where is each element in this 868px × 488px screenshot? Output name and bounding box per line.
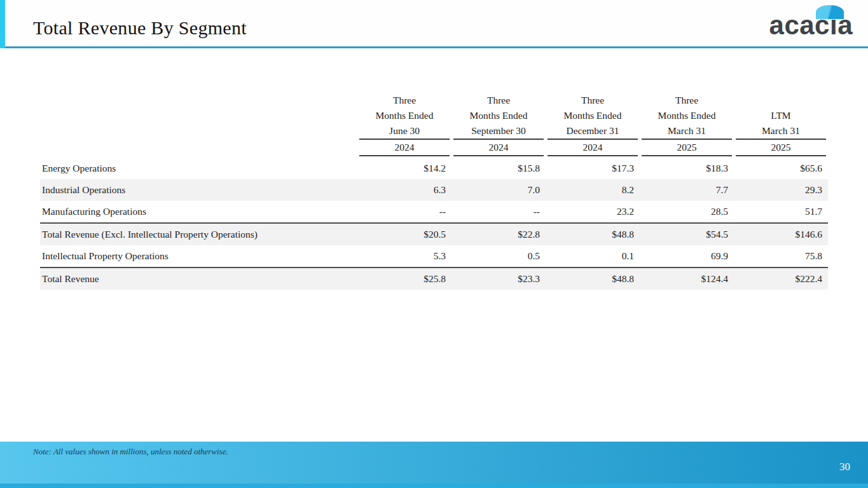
cell-value: $17.3 [546,163,640,174]
row-label: Energy Operations [40,163,357,174]
cell-value: $222.4 [734,273,828,285]
column-header-line2: Months Ended [548,108,638,123]
column-header-line1 [736,93,826,108]
row-label: Total Revenue (Excl. Intellectual Proper… [40,229,357,240]
cell-value: 7.7 [640,184,734,196]
cell-value: $15.8 [451,163,546,174]
column-header-line1: Three [642,93,732,108]
column-header-line2: LTM [736,108,826,123]
slide: Total Revenue By Segment acacia Three Mo… [0,0,868,488]
column-header-line1: Three [548,93,638,108]
column-header-date: December 31 [548,123,638,140]
table-row-total-revenue: Total Revenue $25.8 $23.3 $48.8 $124.4 $… [40,267,828,290]
cell-value: $20.5 [357,229,451,240]
column-header-year: 2024 [359,140,450,156]
cell-value: 29.3 [734,184,828,196]
cell-value: 69.9 [640,250,734,262]
cell-value: 0.1 [546,250,640,262]
table-row-manufacturing-operations: Manufacturing Operations -- -- 23.2 28.5… [40,201,828,222]
footer-band: Note: All values shown in millions, unle… [0,442,868,484]
cell-value: $124.4 [640,273,734,285]
slide-header: Total Revenue By Segment [0,0,868,48]
column-header-line2: Months Ended [453,108,544,123]
cell-value: $65.6 [734,163,828,174]
table-header-row: Three Months Ended June 30 2024 Three Mo… [40,93,828,156]
cell-value: 75.8 [734,250,828,262]
cell-value: $23.3 [451,273,546,285]
footer-note: Note: All values shown in millions, unle… [33,447,228,457]
cell-value: $54.5 [640,229,734,240]
cell-value: $48.8 [546,229,640,240]
cell-value: $146.6 [734,229,828,240]
column-header-line1: Three [453,93,544,108]
column-header-date: September 30 [453,123,544,140]
cell-value: $22.8 [451,229,546,240]
cell-value: 8.2 [546,184,640,196]
table-header-spacer [40,93,357,156]
table-row-industrial-operations: Industrial Operations 6.3 7.0 8.2 7.7 29… [40,179,828,201]
table-row-intellectual-property-operations: Intellectual Property Operations 5.3 0.5… [40,245,828,267]
cell-value: 5.3 [357,250,451,262]
acacia-dome-icon [816,5,844,19]
column-header-q3: Three Months Ended December 31 2024 [546,93,640,156]
header-accent-bar [0,0,5,48]
column-header-q4: Three Months Ended March 31 2025 [640,93,734,156]
column-header-date: June 30 [359,123,450,140]
cell-value: 51.7 [734,206,828,217]
page-number: 30 [839,461,850,473]
cell-value: 23.2 [546,206,640,217]
cell-value: 0.5 [451,250,546,262]
cell-value: 28.5 [640,206,734,217]
table-row-total-revenue-excl-ip: Total Revenue (Excl. Intellectual Proper… [40,222,828,245]
page-title: Total Revenue By Segment [33,17,247,39]
column-header-year: 2024 [548,140,638,156]
footer-bottom-strip [0,484,868,488]
column-header-year: 2025 [642,140,732,156]
row-label: Intellectual Property Operations [40,250,357,262]
cell-value: 6.3 [357,184,451,196]
column-header-line1: Three [359,93,450,108]
column-header-date: March 31 [736,123,826,140]
column-header-q2: Three Months Ended September 30 2024 [451,93,546,156]
column-header-year: 2025 [736,140,826,156]
column-header-date: March 31 [642,123,732,140]
table-row-energy-operations: Energy Operations $14.2 $15.8 $17.3 $18.… [40,158,828,179]
row-label: Manufacturing Operations [40,206,357,217]
column-header-year: 2024 [453,140,544,156]
cell-value: $25.8 [357,273,451,285]
row-label: Total Revenue [40,273,357,285]
cell-value: $18.3 [640,163,734,174]
cell-value: -- [357,206,451,217]
cell-value: $48.8 [546,273,640,285]
cell-value: $14.2 [357,163,451,174]
revenue-table: Three Months Ended June 30 2024 Three Mo… [40,93,828,290]
cell-value: 7.0 [451,184,546,196]
cell-value: -- [451,206,546,217]
column-header-ltm: LTM March 31 2025 [734,93,828,156]
column-header-line2: Months Ended [359,108,450,123]
column-header-line2: Months Ended [642,108,732,123]
column-header-q1: Three Months Ended June 30 2024 [357,93,451,156]
row-label: Industrial Operations [40,184,357,196]
